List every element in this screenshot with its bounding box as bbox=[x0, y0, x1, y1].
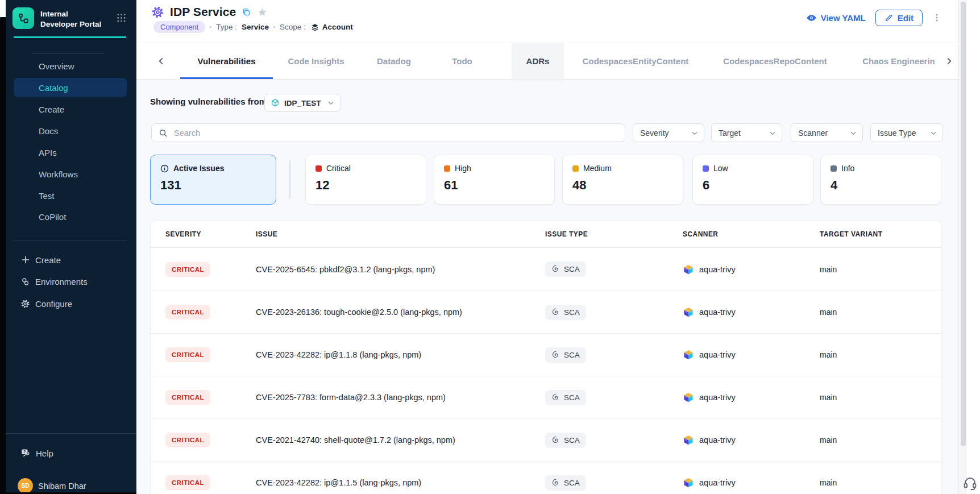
issue-type-filter-dropdown[interactable]: Issue Type bbox=[870, 123, 943, 142]
medium-count-card[interactable]: Medium 48 bbox=[562, 155, 683, 205]
plus-icon bbox=[20, 255, 30, 264]
entity-header: IDP Service Component Type : Service Sco… bbox=[136, 0, 958, 43]
sidebar-divider bbox=[32, 53, 104, 54]
issue-type-chip: SCA bbox=[545, 475, 586, 491]
service-gear-icon bbox=[151, 6, 164, 19]
severity-badge: CRITICAL bbox=[165, 347, 210, 362]
help-button[interactable]: ? Help bbox=[20, 448, 53, 458]
info-dot bbox=[830, 165, 837, 172]
table-row[interactable]: CRITICAL CVE-2023-26136: tough-cookie@2.… bbox=[151, 290, 941, 333]
issue-title[interactable]: CVE-2023-42282: ip@1.1.8 (lang-pkgs, npm… bbox=[256, 350, 545, 359]
issue-title[interactable]: CVE-2025-7783: form-data@2.3.3 (lang-pkg… bbox=[256, 393, 545, 402]
filter-label: Issue Type bbox=[878, 128, 916, 138]
user-name: Shibam Dhar bbox=[38, 481, 86, 491]
aqua-trivy-icon bbox=[683, 349, 694, 360]
gear-icon bbox=[20, 299, 30, 309]
tab-todo[interactable]: Todo bbox=[438, 43, 487, 79]
filter-label: Scanner bbox=[798, 128, 828, 138]
sidebar-item-label: APIs bbox=[39, 148, 57, 157]
high-dot bbox=[444, 165, 450, 172]
issue-title[interactable]: CVE-2023-42282: ip@1.1.5 (lang-pkgs, npm… bbox=[256, 478, 545, 487]
search-bar[interactable] bbox=[151, 123, 625, 142]
sidebar-item-docs[interactable]: Docs bbox=[14, 121, 127, 140]
severity-filter-dropdown[interactable]: Severity bbox=[633, 123, 704, 142]
sidebar-item-workflows[interactable]: Workflows bbox=[14, 164, 127, 184]
sidebar-item-catalog[interactable]: Catalog bbox=[14, 78, 127, 97]
severity-badge: CRITICAL bbox=[165, 262, 210, 277]
chevron-down-icon bbox=[691, 130, 698, 136]
table-row[interactable]: CRITICAL CVE-2023-42282: ip@1.1.5 (lang-… bbox=[151, 461, 941, 494]
user-menu[interactable]: SD Shibam Dhar bbox=[18, 478, 86, 493]
sidebar-item-test[interactable]: Test bbox=[14, 186, 127, 205]
sidebar-action-environments[interactable]: Environments bbox=[20, 274, 88, 289]
issue-title[interactable]: CVE-2021-42740: shell-quote@1.7.2 (lang-… bbox=[256, 435, 545, 445]
low-count-card[interactable]: Low 6 bbox=[692, 155, 813, 205]
tab-codespaces-repo-content[interactable]: CodespacesRepoContent bbox=[720, 43, 830, 79]
sca-spiral-icon bbox=[551, 351, 560, 359]
active-issues-count: 131 bbox=[160, 178, 266, 193]
target-filter-dropdown[interactable]: Target bbox=[711, 123, 782, 142]
severity-card-label: Medium bbox=[583, 164, 612, 173]
tab-chaos-engineering[interactable]: Chaos Engineerin bbox=[856, 43, 941, 79]
target-variant: main bbox=[820, 393, 941, 402]
sidebar-action-label: Configure bbox=[35, 299, 72, 309]
sidebar-item-copilot[interactable]: CoPilot bbox=[14, 207, 127, 226]
entity-kind-badge: Component bbox=[153, 21, 205, 33]
stats-divider bbox=[289, 160, 290, 199]
more-options-button[interactable] bbox=[932, 12, 941, 23]
active-issues-card[interactable]: Active Issues 131 bbox=[150, 155, 276, 205]
sidebar-divider bbox=[14, 240, 127, 240]
sidebar-action-create[interactable]: Create bbox=[20, 252, 61, 267]
table-row[interactable]: CRITICAL CVE-2025-7783: form-data@2.3.3 … bbox=[151, 376, 941, 418]
scanner-cell: aqua-trivy bbox=[683, 306, 820, 318]
tab-adrs[interactable]: ADRs bbox=[512, 43, 564, 79]
target-variant: main bbox=[820, 350, 941, 359]
favorite-star-icon[interactable] bbox=[257, 7, 268, 18]
sidebar-action-configure[interactable]: Configure bbox=[20, 296, 72, 311]
tab-codespaces-entity-content[interactable]: CodespacesEntityContent bbox=[578, 43, 694, 79]
chevron-down-icon bbox=[327, 99, 334, 106]
issue-title[interactable]: CVE-2025-6545: pbkdf2@3.1.2 (lang-pkgs, … bbox=[256, 265, 545, 274]
critical-count-card[interactable]: Critical 12 bbox=[305, 155, 426, 205]
view-yaml-button[interactable]: View YAML bbox=[806, 13, 866, 23]
header-actions: View YAML Edit bbox=[806, 7, 941, 28]
scanner-cell: aqua-trivy bbox=[683, 349, 820, 360]
tab-datadog[interactable]: Datadog bbox=[364, 43, 424, 79]
avatar: SD bbox=[18, 478, 33, 493]
apps-grid-button[interactable] bbox=[117, 7, 126, 25]
issue-title[interactable]: CVE-2023-26136: tough-cookie@2.5.0 (lang… bbox=[256, 308, 545, 317]
tabs-scroll-right-button[interactable] bbox=[945, 57, 953, 68]
table-row[interactable]: CRITICAL CVE-2021-42740: shell-quote@1.7… bbox=[151, 418, 941, 461]
sidebar-item-label: Create bbox=[39, 105, 64, 114]
sidebar-item-overview[interactable]: Overview bbox=[14, 56, 127, 76]
table-row[interactable]: CRITICAL CVE-2025-6545: pbkdf2@3.1.2 (la… bbox=[151, 248, 941, 290]
project-selector-dropdown[interactable]: IDP_TEST bbox=[264, 94, 340, 112]
severity-badge: CRITICAL bbox=[165, 433, 210, 447]
dot-separator bbox=[273, 26, 275, 28]
portal-logo[interactable] bbox=[13, 7, 34, 29]
app-root: { "brand": { "title": "Internal Develope… bbox=[0, 0, 980, 494]
sidebar-item-create[interactable]: Create bbox=[14, 99, 127, 119]
support-headset-icon[interactable] bbox=[962, 475, 978, 493]
sidebar-action-label: Create bbox=[35, 255, 61, 265]
info-count-card[interactable]: Info 4 bbox=[820, 155, 941, 205]
high-count-card[interactable]: High 61 bbox=[434, 155, 555, 205]
page-scrollbar[interactable] bbox=[958, 0, 967, 494]
page-title: IDP Service bbox=[170, 5, 236, 19]
tabs-scroll-left-button[interactable] bbox=[157, 57, 165, 68]
sidebar-item-apis[interactable]: APIs bbox=[14, 143, 127, 162]
scrollbar-thumb[interactable] bbox=[961, 2, 966, 446]
scanner-cell: aqua-trivy bbox=[683, 264, 820, 275]
brand: Internal Developer Portal bbox=[13, 7, 126, 29]
scanner-name: aqua-trivy bbox=[699, 265, 736, 274]
scanner-filter-dropdown[interactable]: Scanner bbox=[791, 123, 863, 142]
tab-vulnerabilities[interactable]: Vulnerabilities bbox=[180, 43, 273, 79]
edit-button[interactable]: Edit bbox=[875, 10, 923, 26]
sidebar-action-label: Environments bbox=[35, 277, 88, 287]
search-input[interactable] bbox=[173, 128, 618, 138]
copy-icon[interactable] bbox=[242, 7, 251, 17]
scanner-cell: aqua-trivy bbox=[683, 434, 820, 446]
table-row[interactable]: CRITICAL CVE-2023-42282: ip@1.1.8 (lang-… bbox=[151, 333, 941, 376]
tab-code-insights[interactable]: Code Insights bbox=[284, 43, 348, 79]
sca-spiral-icon bbox=[551, 308, 560, 317]
